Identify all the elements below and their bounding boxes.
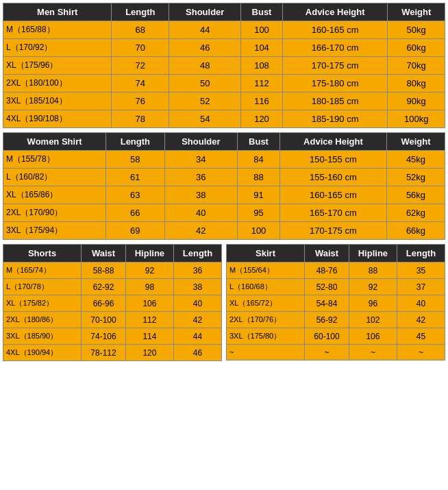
shorts-row-0-col-0: M（165/74） bbox=[3, 262, 82, 279]
men-shirt-col-header-5: Weight bbox=[388, 3, 445, 21]
shorts-col-header-2: Hipline bbox=[125, 245, 173, 262]
women-shirt-row-3-col-3: 95 bbox=[238, 204, 280, 222]
shorts-table: Shorts Waist Hipline Length M（165/74）58-… bbox=[3, 244, 222, 361]
women-shirt-row-4-col-2: 42 bbox=[164, 222, 238, 240]
skirt-row-0-col-1: 48-76 bbox=[305, 262, 349, 279]
skirt-row-3-col-3: 42 bbox=[397, 312, 445, 328]
shorts-row-0-col-2: 92 bbox=[125, 262, 173, 279]
skirt-row-1-col-1: 52-80 bbox=[305, 279, 349, 295]
women-shirt-row-4-col-4: 170-175 cm bbox=[279, 222, 386, 240]
shorts-row-3-col-0: 2XL（180/86） bbox=[3, 312, 82, 328]
men-shirt-row-4-col-0: 3XL（185/104） bbox=[3, 93, 112, 110]
shorts-row-2-col-3: 40 bbox=[173, 295, 221, 312]
shorts-row-5-col-1: 78-112 bbox=[82, 345, 126, 361]
shorts-row-1-col-1: 62-92 bbox=[82, 279, 126, 295]
skirt-row-4-col-0: 3XL（175/80） bbox=[227, 328, 305, 345]
men-shirt-row-5-col-5: 100kg bbox=[388, 110, 445, 128]
women-shirt-row-2-col-1: 63 bbox=[106, 186, 164, 204]
shorts-col-header-1: Waist bbox=[82, 245, 126, 262]
women-shirt-row-3-col-5: 62kg bbox=[386, 204, 445, 222]
women-shirt-col-header-0: Women Shirt bbox=[3, 133, 106, 151]
shorts-row-5-col-0: 4XL（190/94） bbox=[3, 345, 82, 361]
men-shirt-row-5-col-3: 120 bbox=[241, 110, 283, 128]
shorts-row-4-col-0: 3XL（185/90） bbox=[3, 328, 82, 345]
skirt-col-header-3: Length bbox=[397, 245, 445, 262]
men-shirt-row-1-col-1: 70 bbox=[112, 39, 169, 57]
women-shirt-row-2-col-3: 91 bbox=[238, 186, 280, 204]
skirt-row-0-col-0: M（155/64） bbox=[227, 262, 305, 279]
skirt-table: Skirt Waist Hipline Length M（155/64）48-7… bbox=[226, 244, 445, 360]
women-shirt-row-3-col-0: 2XL（170/90） bbox=[3, 204, 106, 222]
women-shirt-row-3-col-4: 165-170 cm bbox=[279, 204, 386, 222]
men-shirt-row-5-col-2: 54 bbox=[169, 110, 241, 128]
men-shirt-row-0-col-0: M（165/88） bbox=[3, 21, 112, 39]
skirt-col-header-0: Skirt bbox=[227, 245, 305, 262]
women-shirt-col-header-1: Length bbox=[106, 133, 164, 151]
men-shirt-row-2-col-4: 170-175 cm bbox=[282, 57, 387, 75]
skirt-row-4-col-2: 106 bbox=[349, 328, 397, 345]
men-shirt-row-2-col-3: 108 bbox=[241, 57, 283, 75]
shorts-row-0-col-1: 58-88 bbox=[82, 262, 126, 279]
shorts-col-header-0: Shorts bbox=[3, 245, 82, 262]
men-shirt-row-5-col-0: 4XL（190/108） bbox=[3, 110, 112, 128]
skirt-row-4-col-3: 45 bbox=[397, 328, 445, 345]
men-shirt-row-2-col-1: 72 bbox=[112, 57, 169, 75]
skirt-row-1-col-2: 92 bbox=[349, 279, 397, 295]
women-shirt-row-1-col-1: 61 bbox=[106, 169, 164, 186]
men-shirt-row-4-col-1: 76 bbox=[112, 93, 169, 110]
women-shirt-row-1-col-4: 155-160 cm bbox=[279, 169, 386, 186]
shorts-row-1-col-3: 38 bbox=[173, 279, 221, 295]
women-shirt-col-header-2: Shoulder bbox=[164, 133, 238, 151]
skirt-row-3-col-2: 102 bbox=[349, 312, 397, 328]
men-shirt-col-header-2: Shoulder bbox=[169, 3, 241, 21]
men-shirt-row-4-col-4: 180-185 cm bbox=[282, 93, 387, 110]
men-shirt-row-3-col-2: 50 bbox=[169, 75, 241, 93]
men-shirt-row-0-col-3: 100 bbox=[241, 21, 283, 39]
skirt-row-0-col-3: 35 bbox=[397, 262, 445, 279]
men-shirt-row-5-col-1: 78 bbox=[112, 110, 169, 128]
shorts-row-5-col-2: 120 bbox=[125, 345, 173, 361]
women-shirt-row-1-col-5: 52kg bbox=[386, 169, 445, 186]
women-shirt-row-0-col-4: 150-155 cm bbox=[279, 151, 386, 169]
skirt-row-0-col-2: 88 bbox=[349, 262, 397, 279]
women-shirt-row-3-col-2: 40 bbox=[164, 204, 238, 222]
women-shirt-col-header-4: Advice Height bbox=[279, 133, 386, 151]
men-shirt-row-2-col-2: 48 bbox=[169, 57, 241, 75]
women-shirt-row-2-col-5: 56kg bbox=[386, 186, 445, 204]
skirt-row-2-col-3: 40 bbox=[397, 295, 445, 312]
men-shirt-row-3-col-5: 80kg bbox=[388, 75, 445, 93]
men-shirt-row-3-col-1: 74 bbox=[112, 75, 169, 93]
men-shirt-row-3-col-0: 2XL（180/100） bbox=[3, 75, 112, 93]
men-shirt-row-1-col-5: 60kg bbox=[388, 39, 445, 57]
women-shirt-row-0-col-0: M（155/78） bbox=[3, 151, 106, 169]
bottom-section: Shorts Waist Hipline Length M（165/74）58-… bbox=[3, 244, 445, 361]
shorts-row-1-col-0: L（170/78） bbox=[3, 279, 82, 295]
men-shirt-section: Men Shirt Length Shoulder Bust Advice He… bbox=[3, 3, 445, 128]
shorts-row-3-col-1: 70-100 bbox=[82, 312, 126, 328]
men-shirt-row-0-col-5: 50kg bbox=[388, 21, 445, 39]
women-shirt-section: Women Shirt Length Shoulder Bust Advice … bbox=[3, 132, 445, 240]
skirt-row-5-col-2: ~ bbox=[349, 345, 397, 360]
shorts-row-0-col-3: 36 bbox=[173, 262, 221, 279]
women-shirt-row-0-col-3: 84 bbox=[238, 151, 280, 169]
women-shirt-table: Women Shirt Length Shoulder Bust Advice … bbox=[3, 132, 445, 240]
main-container: Men Shirt Length Shoulder Bust Advice He… bbox=[0, 0, 448, 364]
shorts-row-4-col-2: 114 bbox=[125, 328, 173, 345]
men-shirt-col-header-3: Bust bbox=[241, 3, 283, 21]
shorts-row-2-col-2: 106 bbox=[125, 295, 173, 312]
skirt-col-header-1: Waist bbox=[305, 245, 349, 262]
men-shirt-row-0-col-1: 68 bbox=[112, 21, 169, 39]
shorts-row-1-col-2: 98 bbox=[125, 279, 173, 295]
shorts-row-5-col-3: 46 bbox=[173, 345, 221, 361]
shorts-row-4-col-3: 44 bbox=[173, 328, 221, 345]
women-shirt-row-4-col-3: 100 bbox=[238, 222, 280, 240]
skirt-row-3-col-0: 2XL（170/76） bbox=[227, 312, 305, 328]
men-shirt-row-4-col-5: 90kg bbox=[388, 93, 445, 110]
skirt-row-4-col-1: 60-100 bbox=[305, 328, 349, 345]
women-shirt-row-0-col-5: 45kg bbox=[386, 151, 445, 169]
skirt-row-2-col-1: 54-84 bbox=[305, 295, 349, 312]
women-shirt-row-2-col-0: XL（165/86） bbox=[3, 186, 106, 204]
women-shirt-row-1-col-2: 36 bbox=[164, 169, 238, 186]
women-shirt-row-0-col-1: 58 bbox=[106, 151, 164, 169]
shorts-row-4-col-1: 74-106 bbox=[82, 328, 126, 345]
